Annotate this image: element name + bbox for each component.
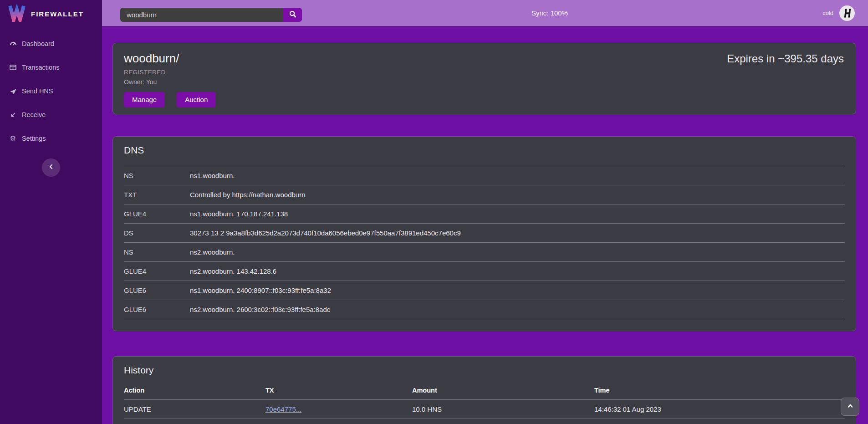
dns-record-row: NS ns1.woodburn. [124, 166, 845, 185]
wallet-name-label: cold [822, 10, 833, 16]
chevron-left-icon [47, 163, 55, 172]
domain-owner: Owner: You [124, 78, 845, 86]
sync-status: Sync: 100% [531, 0, 568, 26]
sidebar-item-receive[interactable]: Receive [0, 103, 102, 127]
send-icon [9, 88, 17, 95]
dns-record-type: GLUE6 [124, 306, 190, 313]
search-input[interactable] [120, 8, 283, 22]
brand-row: FIREWALLET [0, 0, 102, 26]
tx-link[interactable]: 70e64775... [266, 405, 301, 413]
sidebar-item-label: Settings [22, 135, 46, 142]
dns-record-type: DS [124, 229, 190, 237]
dns-record-row: NS ns2.woodburn. [124, 242, 845, 261]
dns-record-type: NS [124, 172, 190, 179]
history-column-tx: TX [266, 387, 412, 394]
auction-button[interactable]: Auction [177, 92, 216, 107]
history-row: RENEW 47b06575... 10.0 HNS 15:47:06 27 J… [124, 419, 845, 424]
search-button[interactable] [283, 8, 302, 22]
dns-card: DNS NS ns1.woodburn. TXT Controlled by h… [112, 136, 856, 331]
dns-record-value: ns1.woodburn. [190, 172, 845, 179]
handshake-logo-icon[interactable] [839, 5, 855, 21]
sidebar-item-send-hns[interactable]: Send HNS [0, 79, 102, 103]
sidebar-item-label: Dashboard [22, 40, 54, 47]
dns-record-row: GLUE6 ns1.woodburn. 2400:8907::f03c:93ff… [124, 281, 845, 300]
expires-label: Expires in ~395.35 days [727, 52, 844, 65]
sidebar-item-label: Send HNS [22, 87, 53, 95]
sidebar-item-label: Transactions [22, 64, 59, 71]
dns-record-row: GLUE6 ns2.woodburn. 2600:3c02::f03c:93ff… [124, 300, 845, 319]
dns-record-type: TXT [124, 191, 190, 199]
dns-record-type: NS [124, 248, 190, 256]
history-column-time: Time [594, 387, 845, 394]
history-header-row: Action TX Amount Time [124, 381, 845, 400]
dns-record-row: DS 30273 13 2 9a3a8fb3d625d2a2073d740f10… [124, 223, 845, 242]
dns-title: DNS [124, 145, 845, 156]
dns-record-value: 30273 13 2 9a3a8fb3d625d2a2073d740f10da6… [190, 229, 845, 237]
history-action: UPDATE [124, 405, 266, 413]
dns-table: NS ns1.woodburn. TXT Controlled by https… [124, 166, 845, 319]
dashboard-icon [9, 40, 17, 47]
history-amount: 10.0 HNS [412, 405, 594, 413]
search-bar [120, 8, 302, 22]
transactions-icon [9, 64, 17, 71]
dns-record-value: ns2.woodburn. 143.42.128.6 [190, 267, 845, 275]
topbar: Sync: 100% cold [102, 0, 868, 26]
sidebar-item-label: Receive [22, 111, 46, 118]
dns-record-type: GLUE4 [124, 267, 190, 275]
sidebar-item-settings[interactable]: ⚙ Settings [0, 127, 102, 150]
dns-record-row: TXT Controlled by https://nathan.woodbur… [124, 185, 845, 204]
history-card: History Action TX Amount Time UPDATE 70e… [112, 356, 856, 424]
dns-record-type: GLUE4 [124, 210, 190, 218]
sidebar-item-dashboard[interactable]: Dashboard [0, 32, 102, 56]
chevron-up-icon [846, 403, 854, 411]
dns-record-row: GLUE4 ns2.woodburn. 143.42.128.6 [124, 261, 845, 281]
receive-icon [9, 112, 17, 118]
history-row: UPDATE 70e64775... 10.0 HNS 14:46:32 01 … [124, 400, 845, 419]
dns-record-value: ns1.woodburn. 2400:8907::f03c:93ff:fe5a:… [190, 286, 845, 294]
history-column-amount: Amount [412, 387, 594, 394]
dns-record-value: ns1.woodburn. 170.187.241.138 [190, 210, 845, 218]
dns-record-value: ns2.woodburn. [190, 248, 845, 256]
domain-status: REGISTERED [124, 69, 845, 76]
sidebar-collapse-button[interactable] [42, 158, 60, 177]
history-column-action: Action [124, 387, 266, 394]
search-icon [289, 10, 297, 20]
topbar-right: cold [822, 0, 855, 26]
dns-record-row: GLUE4 ns1.woodburn. 170.187.241.138 [124, 204, 845, 223]
manage-button[interactable]: Manage [124, 92, 165, 107]
dns-record-value: Controlled by https://nathan.woodburn [190, 191, 845, 199]
sidebar-nav: Dashboard Transactions Send HNS Receive … [0, 32, 102, 150]
firewallet-logo-icon [7, 4, 26, 24]
brand-title: FIREWALLET [31, 10, 84, 18]
sidebar-item-transactions[interactable]: Transactions [0, 56, 102, 79]
dns-record-type: GLUE6 [124, 286, 190, 294]
history-title: History [124, 365, 845, 376]
dns-record-value: ns2.woodburn. 2600:3c02::f03c:93ff:fe5a:… [190, 306, 845, 313]
domain-card: woodburn/ REGISTERED Owner: You Manage A… [112, 43, 856, 114]
history-time: 14:46:32 01 Aug 2023 [594, 405, 845, 413]
sidebar: FIREWALLET Dashboard Transactions Send H… [0, 0, 102, 424]
scroll-to-top-button[interactable] [841, 398, 859, 416]
settings-icon: ⚙ [9, 134, 17, 143]
